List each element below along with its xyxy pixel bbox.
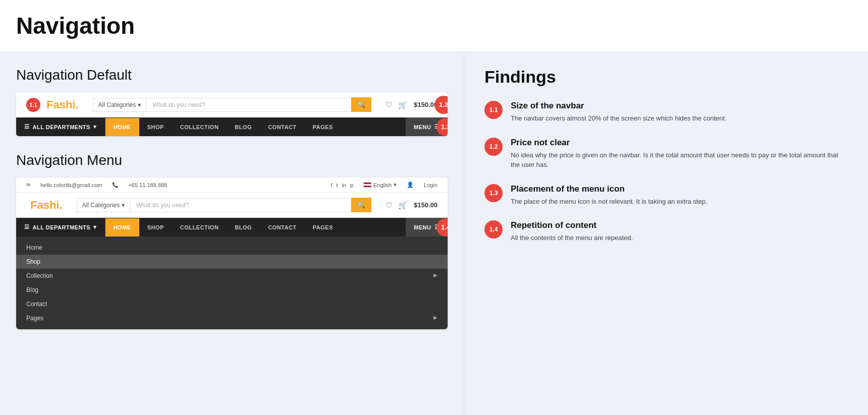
pinterest-icon[interactable]: p bbox=[350, 182, 353, 188]
dept-label-2: ALL DEPARTMENTS bbox=[33, 224, 91, 230]
nav-item-collection-2[interactable]: COLLECTION bbox=[172, 218, 227, 236]
categories-select-2[interactable]: All Categories ▾ bbox=[77, 198, 130, 212]
nav-item-pages-1[interactable]: PAGES bbox=[305, 118, 341, 136]
preview-box-1: 1.1 Fashi. All Categories ▾ What do you … bbox=[16, 92, 448, 136]
dept-label-1: ALL DEPARTMENTS bbox=[33, 124, 91, 130]
search-input-2[interactable]: What do you need? bbox=[130, 198, 351, 212]
email-icon: ✉ bbox=[26, 182, 30, 188]
linkedin-icon[interactable]: in bbox=[342, 182, 346, 188]
nav-menu-bar-2: ☰ ALL DEPARTMENTS ▾ HOME SHOP COLLECTION… bbox=[16, 218, 448, 236]
nav-item-contact-1[interactable]: CONTACT bbox=[260, 118, 304, 136]
finding-title-3: Placement of the menu icon bbox=[511, 184, 848, 194]
dept-btn-2[interactable]: ☰ ALL DEPARTMENTS ▾ bbox=[16, 218, 105, 236]
phone-text: +65 11.188.888 bbox=[128, 182, 167, 188]
finding-desc-4: All the contents of the menu are repeate… bbox=[511, 233, 848, 243]
email-text: hello.colorlib@gmail.com bbox=[40, 182, 102, 188]
section1-title: Navigation Default bbox=[16, 67, 448, 83]
menu-label-1: MENU bbox=[414, 124, 431, 130]
dropdown-item-blog[interactable]: Blog bbox=[16, 283, 448, 297]
top-info-bar: ✉ hello.colorlib@gmail.com 📞 +65 11.188.… bbox=[16, 177, 448, 193]
nav-item-collection-1[interactable]: COLLECTION bbox=[172, 118, 227, 136]
flag-icon bbox=[363, 182, 371, 188]
facebook-icon[interactable]: f bbox=[331, 182, 332, 188]
finding-badge-1: 1.1 bbox=[484, 101, 503, 119]
social-icons: f t in p bbox=[331, 182, 353, 188]
dept-chevron-icon-2: ▾ bbox=[93, 224, 97, 230]
nav-item-blog-2[interactable]: BLOG bbox=[227, 218, 260, 236]
nav-menu-bar-1: ☰ ALL DEPARTMENTS ▾ HOME SHOP COLLECTION… bbox=[16, 117, 448, 136]
search-area-1: All Categories ▾ What do you need? 🔍 bbox=[93, 97, 371, 112]
finding-badge-4: 1.4 bbox=[484, 220, 503, 239]
finding-content-3: Placement of the menu icon The place of … bbox=[511, 184, 848, 207]
finding-desc-1: The navbar covers almost 20% of the scre… bbox=[511, 113, 848, 124]
collection-arrow-icon: ▶ bbox=[433, 272, 438, 278]
categories-chevron-icon-2: ▾ bbox=[122, 202, 125, 209]
search-button-2[interactable]: 🔍 bbox=[351, 198, 371, 212]
dropdown-item-home[interactable]: Home bbox=[16, 241, 448, 255]
finding-content-2: Price not clear No idea why the price is… bbox=[511, 138, 848, 170]
menu-btn-area-2: MENU ☰ 1.4 bbox=[406, 218, 448, 236]
search-input-1[interactable]: What do you need? bbox=[146, 98, 351, 112]
heart-icon-2[interactable]: ♡ bbox=[386, 201, 392, 210]
heart-icon-1[interactable]: ♡ bbox=[386, 100, 392, 109]
search-placeholder-1: What do you need? bbox=[152, 101, 205, 108]
nav-item-contact-2[interactable]: CONTACT bbox=[260, 218, 304, 236]
brand-text-2: Fashi bbox=[30, 199, 59, 211]
brand-logo-2: Fashi. bbox=[30, 199, 63, 212]
main-content: Navigation Default 1.1 Fashi. All Catego… bbox=[0, 52, 868, 415]
finding-item-4: 1.4 Repetition of content All the conten… bbox=[484, 220, 848, 243]
finding-desc-3: The place of the menu icon is not releva… bbox=[511, 197, 848, 207]
nav-item-home-2[interactable]: HOME bbox=[105, 218, 139, 236]
hamburger-icon-1: ☰ bbox=[24, 124, 30, 130]
finding-title-4: Repetition of content bbox=[511, 220, 848, 230]
dropdown-item-pages[interactable]: Pages ▶ bbox=[16, 311, 448, 325]
login-link[interactable]: Login bbox=[424, 182, 438, 188]
pages-arrow-icon: ▶ bbox=[433, 315, 438, 320]
brand-dot-2: . bbox=[59, 199, 62, 211]
twitter-icon[interactable]: t bbox=[336, 182, 338, 188]
finding-title-2: Price not clear bbox=[511, 138, 848, 148]
search-button-1[interactable]: 🔍 bbox=[351, 97, 371, 112]
page-title: Navigation bbox=[16, 12, 852, 39]
price-label-1: $150.00 bbox=[414, 101, 438, 108]
nav-top-bar-2: Fashi. All Categories ▾ What do you need… bbox=[16, 193, 448, 218]
finding-content-4: Repetition of content All the contents o… bbox=[511, 220, 848, 243]
brand-text-1: Fashi bbox=[46, 98, 75, 111]
lang-label: English bbox=[373, 182, 392, 188]
categories-select-1[interactable]: All Categories ▾ bbox=[93, 98, 146, 112]
findings-title: Findings bbox=[484, 67, 848, 87]
badge-1-1: 1.1 bbox=[26, 98, 40, 112]
lang-chevron-icon: ▾ bbox=[394, 182, 397, 188]
dropdown-item-contact[interactable]: Contact bbox=[16, 297, 448, 311]
phone-icon: 📞 bbox=[112, 182, 118, 188]
dropdown-menu: Home Shop Collection ▶ Blog Contact Page… bbox=[16, 236, 448, 329]
page-title-bar: Navigation bbox=[0, 0, 868, 52]
price-label-2: $150.00 bbox=[414, 201, 438, 209]
cart-icon-2[interactable]: 🛒 bbox=[398, 201, 408, 210]
nav-menu-items-2: HOME SHOP COLLECTION BLOG CONTACT PAGES bbox=[105, 218, 406, 236]
finding-item-1: 1.1 Size of the navbar The navbar covers… bbox=[484, 101, 848, 124]
nav-item-shop-2[interactable]: SHOP bbox=[139, 218, 172, 236]
finding-badge-2: 1.2 bbox=[484, 138, 503, 156]
search-placeholder-2: What do you need? bbox=[136, 202, 189, 209]
dropdown-item-collection[interactable]: Collection ▶ bbox=[16, 269, 448, 283]
cart-icon-1[interactable]: 🛒 bbox=[398, 100, 408, 109]
menu-btn-area-1: MENU ☰ 1.3 bbox=[406, 117, 448, 136]
finding-item-3: 1.3 Placement of the menu icon The place… bbox=[484, 184, 848, 207]
nav-icons-2: ♡ 🛒 $150.00 bbox=[386, 201, 438, 210]
dept-chevron-icon: ▾ bbox=[93, 124, 97, 130]
categories-label-1: All Categories bbox=[98, 101, 136, 108]
nav-item-blog-1[interactable]: BLOG bbox=[227, 118, 260, 136]
categories-chevron-icon: ▾ bbox=[138, 101, 141, 108]
nav-item-shop-1[interactable]: SHOP bbox=[139, 118, 172, 136]
dropdown-item-shop[interactable]: Shop bbox=[16, 255, 448, 269]
nav-item-pages-2[interactable]: PAGES bbox=[305, 218, 341, 236]
finding-content-1: Size of the navbar The navbar covers alm… bbox=[511, 101, 848, 124]
lang-select[interactable]: English ▾ bbox=[363, 182, 397, 188]
nav-item-home-1[interactable]: HOME bbox=[105, 118, 139, 136]
badge-1-2: 1.2 bbox=[435, 96, 448, 114]
nav-menu-items-1: HOME SHOP COLLECTION BLOG CONTACT PAGES bbox=[105, 118, 406, 136]
dept-btn-1[interactable]: ☰ ALL DEPARTMENTS ▾ bbox=[16, 117, 105, 136]
menu-label-2: MENU bbox=[414, 224, 431, 230]
nav-top-bar-1: 1.1 Fashi. All Categories ▾ What do you … bbox=[16, 92, 448, 117]
